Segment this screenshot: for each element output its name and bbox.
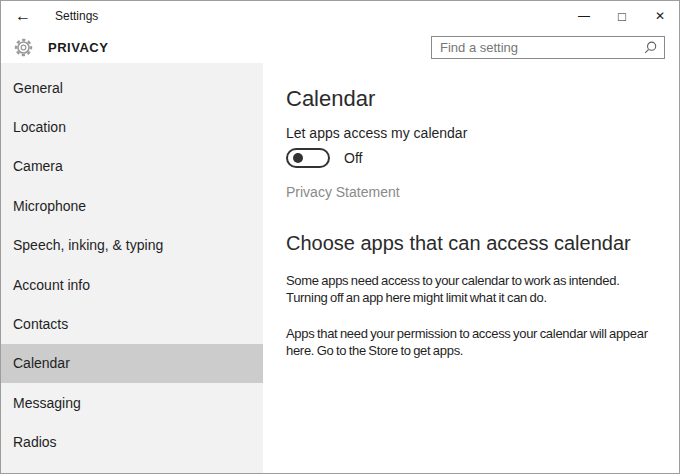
sidebar-item-camera[interactable]: Camera xyxy=(1,147,263,186)
toggle-row: Off xyxy=(286,148,679,168)
window-body: General Location Camera Microphone Speec… xyxy=(1,63,679,473)
calendar-access-toggle[interactable] xyxy=(286,148,330,168)
sidebar-item-location[interactable]: Location xyxy=(1,107,263,146)
toggle-state-label: Off xyxy=(344,150,362,166)
gear-icon xyxy=(14,38,33,57)
window-title: Settings xyxy=(55,9,98,23)
section-title: Calendar xyxy=(286,86,679,112)
close-icon[interactable]: ✕ xyxy=(641,1,679,31)
description-paragraph: Apps that need your permission to access… xyxy=(286,325,679,359)
settings-window: ← Settings — □ ✕ PRIVACY General Locatio… xyxy=(0,0,680,474)
back-arrow-icon[interactable]: ← xyxy=(1,7,41,25)
sidebar-item-messaging[interactable]: Messaging xyxy=(1,383,263,422)
search-input[interactable] xyxy=(432,40,644,55)
choose-apps-heading: Choose apps that can access calendar xyxy=(286,231,679,255)
sidebar-item-general[interactable]: General xyxy=(1,68,263,107)
maximize-icon[interactable]: □ xyxy=(603,1,641,31)
window-controls: — □ ✕ xyxy=(565,1,679,31)
titlebar: ← Settings — □ ✕ xyxy=(1,1,679,31)
page-title: PRIVACY xyxy=(48,40,108,55)
sidebar-item-microphone[interactable]: Microphone xyxy=(1,186,263,225)
sidebar-item-contacts[interactable]: Contacts xyxy=(1,304,263,343)
privacy-statement-link[interactable]: Privacy Statement xyxy=(286,184,400,200)
sidebar: General Location Camera Microphone Speec… xyxy=(1,63,263,473)
sidebar-item-speech-inking-typing[interactable]: Speech, inking, & typing xyxy=(1,226,263,265)
sidebar-item-radios[interactable]: Radios xyxy=(1,423,263,462)
search-icon xyxy=(644,41,657,54)
search-box[interactable] xyxy=(431,36,665,59)
toggle-label: Let apps access my calendar xyxy=(286,125,679,142)
toggle-knob xyxy=(293,153,303,163)
page-header: PRIVACY xyxy=(1,31,679,63)
sidebar-item-account-info[interactable]: Account info xyxy=(1,265,263,304)
description-paragraph: Some apps need access to your calendar t… xyxy=(286,272,679,306)
main-content: Calendar Let apps access my calendar Off… xyxy=(263,63,679,473)
minimize-icon[interactable]: — xyxy=(565,1,603,31)
sidebar-item-calendar[interactable]: Calendar xyxy=(1,344,263,383)
